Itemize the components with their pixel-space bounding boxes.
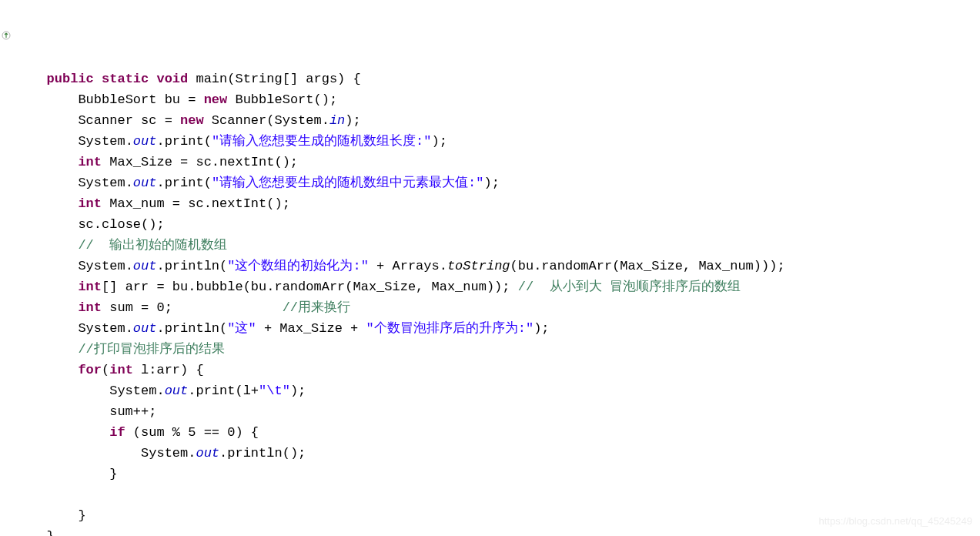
code-text: sum = 0; <box>102 300 283 315</box>
comment: //打印冒泡排序后的结果 <box>78 342 224 357</box>
code-text: System. <box>109 384 164 398</box>
keyword: if <box>109 425 125 440</box>
code-text: ( <box>102 363 109 377</box>
comment: // 从小到大 冒泡顺序排序后的数组 <box>518 280 741 294</box>
code-text: BubbleSort bu = <box>78 92 203 107</box>
code-text: BubbleSort(); <box>227 92 337 107</box>
code-text: ); <box>533 321 549 336</box>
code-text: System. <box>141 446 196 461</box>
string-literal: "个数冒泡排序后的升序为:" <box>366 321 534 336</box>
string-literal: "这" <box>227 321 256 336</box>
code-text: Max_Size = sc.nextInt(); <box>102 155 298 169</box>
code-text: (sum % 5 == 0) { <box>125 425 259 440</box>
code-text: [] arr = bu.bubble(bu.randomArr(Max_Size… <box>102 280 518 294</box>
code-text: } <box>109 467 117 481</box>
keyword: int <box>78 300 102 315</box>
code-text: ); <box>431 134 447 149</box>
code-text: + Max_Size + <box>256 321 366 336</box>
static-field: out <box>196 446 219 461</box>
keyword: static <box>102 72 149 86</box>
string-literal: "请输入您想要生成的随机数组中元素最大值:" <box>212 176 484 190</box>
code-text: l:arr) { <box>133 363 204 377</box>
code-text: System. <box>78 134 132 149</box>
code-block: public static void main(String[] args) {… <box>23 69 980 536</box>
static-field: out <box>133 321 157 336</box>
code-text: sc.close(); <box>78 217 164 232</box>
code-text: } <box>47 529 55 536</box>
code-text: .println( <box>156 259 227 273</box>
static-field: out <box>165 384 189 398</box>
keyword: void <box>156 72 188 86</box>
code-text: Scanner(System. <box>204 113 329 128</box>
code-text: sum++; <box>109 404 156 419</box>
code-text: System. <box>78 259 132 273</box>
static-field: out <box>133 176 157 190</box>
string-literal: "这个数组的初始化为:" <box>227 259 369 273</box>
code-text: (bu.randomArr(Max_Size, Max_num))); <box>510 259 785 273</box>
code-text: .print(l+ <box>188 384 259 398</box>
code-text: .println(); <box>219 446 306 461</box>
code-text: ); <box>483 176 499 190</box>
static-field: in <box>329 113 345 128</box>
code-text: .println( <box>156 321 227 336</box>
keyword: public <box>47 72 94 86</box>
code-text: Scanner sc = <box>78 113 180 128</box>
watermark-text: https://blog.csdn.net/qq_45245249 <box>819 511 973 531</box>
static-field: out <box>133 134 157 149</box>
code-text: } <box>78 508 85 523</box>
code-text: ); <box>345 113 360 128</box>
code-text: .print( <box>156 134 211 149</box>
string-literal: "请输入您想要生成的随机数组长度:" <box>212 134 432 149</box>
keyword: int <box>109 363 133 377</box>
code-text: ); <box>290 384 306 398</box>
comment: //用来换行 <box>283 300 350 315</box>
static-field: out <box>133 259 157 273</box>
string-literal: "\t" <box>259 384 290 398</box>
keyword: new <box>204 92 228 107</box>
code-text: .print( <box>156 176 211 190</box>
keyword: int <box>78 280 102 294</box>
keyword: int <box>78 155 102 169</box>
code-text: Max_num = sc.nextInt(); <box>102 196 290 211</box>
static-method: toString <box>447 259 510 273</box>
method-name: main <box>196 72 227 86</box>
keyword: for <box>78 363 102 377</box>
comment: // 输出初始的随机数组 <box>78 238 227 253</box>
override-marker-icon <box>2 10 11 19</box>
keyword: int <box>78 196 102 211</box>
keyword: new <box>180 113 204 128</box>
code-text: (String[] args) { <box>227 72 360 86</box>
code-text: System. <box>78 321 132 336</box>
code-text: + Arrays. <box>369 259 447 273</box>
code-text: System. <box>78 176 132 190</box>
